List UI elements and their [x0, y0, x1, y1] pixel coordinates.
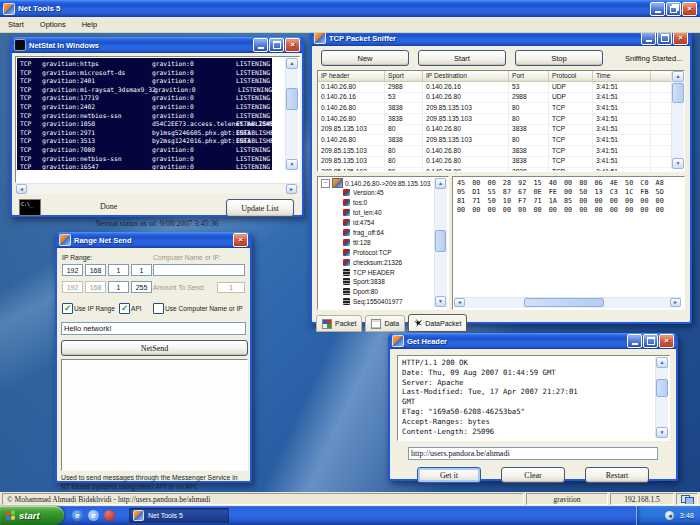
ip-from-octet4[interactable]: [131, 264, 152, 276]
taskbar-item-nettools[interactable]: Net Tools 5: [129, 508, 229, 523]
ip-to-octet1[interactable]: [62, 281, 83, 293]
tree-item[interactable]: Protocol:TCP: [319, 247, 436, 257]
msn-icon[interactable]: e: [88, 510, 99, 521]
scroll-up-icon[interactable]: ▲: [672, 71, 684, 82]
tree-item[interactable]: tos:0: [319, 198, 436, 208]
menu-start[interactable]: Start: [0, 18, 32, 31]
ie-icon[interactable]: e: [72, 510, 83, 521]
scroll-up-icon[interactable]: ▲: [435, 178, 446, 189]
scroll-thumb[interactable]: [435, 230, 446, 252]
scroll-down-icon[interactable]: ▼: [656, 427, 668, 438]
ip-from-octet1[interactable]: [62, 264, 83, 276]
col-sport[interactable]: Sport: [385, 71, 423, 82]
restore-button[interactable]: [666, 2, 681, 16]
volume-icon[interactable]: ◄: [665, 511, 674, 520]
response-vscrollbar[interactable]: ▲ ▼: [655, 357, 668, 438]
scroll-up-icon[interactable]: ▲: [286, 58, 298, 69]
tab-datapacket[interactable]: DataPacket: [408, 314, 467, 332]
getheader-maximize-button[interactable]: [643, 334, 658, 348]
packet-row[interactable]: 0.140.26.803838209.85.135.10380TCP3:41:5…: [318, 103, 684, 114]
start-button[interactable]: start: [0, 506, 64, 525]
netstat-vscrollbar[interactable]: ▲ ▼: [285, 58, 298, 170]
tree-root[interactable]: − 0.140.26.80->209.85.135.103: [319, 178, 436, 188]
tree-item[interactable]: TCP HEADER: [319, 267, 436, 277]
tree-item[interactable]: Version:45: [319, 188, 436, 198]
hex-hscrollbar[interactable]: ◄ ►: [454, 297, 681, 308]
scroll-down-icon[interactable]: ▼: [286, 159, 298, 170]
scroll-left-icon[interactable]: ◄: [16, 184, 27, 194]
col-ip-destination[interactable]: IP Destination: [423, 71, 509, 82]
netstat-close-button[interactable]: [285, 38, 300, 52]
tree-item[interactable]: Sport:3838: [319, 277, 436, 287]
packet-row[interactable]: 0.140.26.803838209.85.135.10380TCP3:41:5…: [318, 135, 684, 146]
packet-row[interactable]: 209.85.135.103800.140.26.803838TCP3:41:5…: [318, 125, 684, 136]
scroll-up-icon[interactable]: ▲: [656, 357, 668, 368]
netstat-hscrollbar[interactable]: ◄ ►: [16, 183, 297, 194]
menu-help[interactable]: Help: [74, 18, 105, 31]
restart-button[interactable]: Restart: [585, 467, 649, 483]
stop-button[interactable]: Stop: [515, 50, 603, 66]
tree-vscrollbar[interactable]: ▲ ▼: [434, 178, 447, 307]
scroll-thumb[interactable]: [672, 83, 684, 103]
col-port[interactable]: Port: [509, 71, 549, 82]
tree-item[interactable]: frag_off:64: [319, 228, 436, 238]
scroll-right-icon[interactable]: ►: [670, 298, 681, 307]
start-button[interactable]: Start: [418, 50, 506, 66]
packet-row[interactable]: 0.140.26.803838209.85.135.10380TCP3:41:5…: [318, 114, 684, 125]
ip-from-octet3[interactable]: [108, 264, 129, 276]
ip-to-octet3[interactable]: [108, 281, 129, 293]
use-ip-range-checkbox[interactable]: [62, 303, 73, 314]
table-vscrollbar[interactable]: ▲ ▼: [671, 71, 684, 169]
tree-item[interactable]: tot_len:40: [319, 208, 436, 218]
collapse-icon[interactable]: −: [321, 179, 330, 188]
packet-row[interactable]: 0.140.26.16530.140.26.802988UDP3:41:51: [318, 93, 684, 104]
netsend-close-button[interactable]: [233, 233, 248, 247]
tree-item[interactable]: checksum:21326: [319, 257, 436, 267]
ip-to-octet4[interactable]: [131, 281, 152, 293]
scroll-thumb[interactable]: [524, 298, 604, 307]
scroll-thumb[interactable]: [286, 88, 298, 110]
scroll-right-icon[interactable]: ►: [286, 184, 297, 194]
getheader-minimize-button[interactable]: [627, 334, 642, 348]
tree-item[interactable]: ttl:128: [319, 237, 436, 247]
message-input[interactable]: [61, 322, 246, 335]
ip-from-octet2[interactable]: [85, 264, 106, 276]
menu-options[interactable]: Options: [32, 18, 74, 31]
packet-row[interactable]: 209.85.135.103800.140.26.803838TCP3:41:5…: [318, 168, 684, 173]
tab-data[interactable]: Data: [365, 315, 405, 332]
tree-item[interactable]: Dport:80: [319, 287, 436, 297]
api-checkbox[interactable]: [119, 303, 130, 314]
tab-packet[interactable]: Packet: [316, 315, 362, 332]
col-protocol[interactable]: Protocol: [549, 71, 593, 82]
url-input[interactable]: [408, 447, 658, 460]
packet-row[interactable]: 209.85.135.103800.140.26.803838TCP3:41:5…: [318, 146, 684, 157]
sniffer-minimize-button[interactable]: [641, 33, 656, 45]
sniffer-close-button[interactable]: [673, 33, 688, 45]
minimize-button[interactable]: [650, 2, 665, 16]
tree-item[interactable]: Seq:1550401977: [319, 297, 436, 307]
amount-input[interactable]: [217, 282, 245, 293]
use-computer-name-checkbox[interactable]: [153, 303, 164, 314]
get-it-button[interactable]: Get it: [417, 467, 481, 483]
netstat-minimize-button[interactable]: [253, 38, 268, 52]
new-button[interactable]: New: [321, 50, 409, 66]
computer-name-input[interactable]: [153, 264, 245, 276]
getheader-close-button[interactable]: [659, 334, 674, 348]
scroll-left-icon[interactable]: ◄: [454, 298, 465, 307]
packet-row[interactable]: 209.85.135.103800.140.26.803838TCP3:41:5…: [318, 157, 684, 168]
tree-item[interactable]: id:4754: [319, 218, 436, 228]
scroll-thumb[interactable]: [656, 379, 668, 397]
scroll-down-icon[interactable]: ▼: [435, 296, 446, 307]
http-response-box[interactable]: HTTP/1.1 200 OK Date: Thu, 09 Aug 2007 0…: [397, 355, 670, 441]
packet-row[interactable]: 0.140.26.8029880.140.26.1653UDP3:41:51: [318, 82, 684, 93]
ip-to-octet2[interactable]: [85, 281, 106, 293]
update-list-button[interactable]: Update List: [226, 199, 294, 217]
sniffer-maximize-button[interactable]: [657, 33, 672, 45]
netstat-maximize-button[interactable]: [269, 38, 284, 52]
netsend-button[interactable]: NetSend: [61, 340, 248, 356]
col-ip-header[interactable]: IP header: [318, 71, 385, 82]
scroll-down-icon[interactable]: ▼: [672, 158, 684, 169]
col-time[interactable]: Time: [593, 71, 651, 82]
clear-button[interactable]: Clear: [501, 467, 565, 483]
media-icon[interactable]: [104, 510, 115, 521]
